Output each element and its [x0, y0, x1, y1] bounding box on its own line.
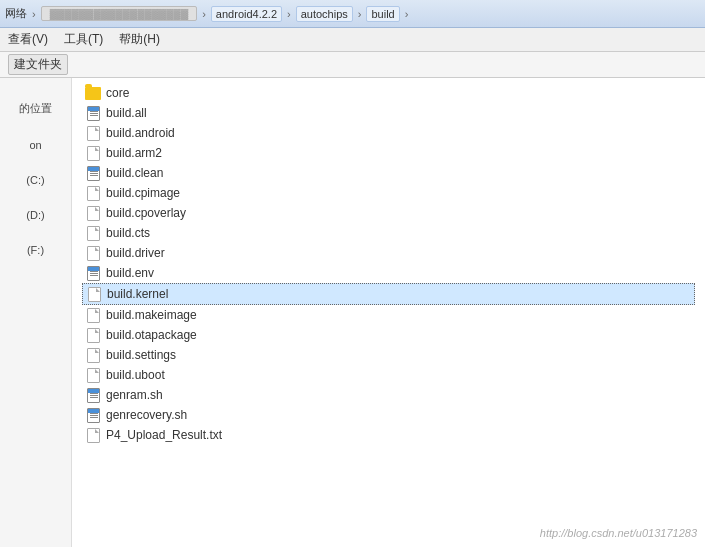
list-item[interactable]: build.makeimage — [82, 305, 695, 325]
list-item[interactable]: build.cpoverlay — [82, 203, 695, 223]
script-icon — [85, 407, 101, 423]
menu-bar: 查看(V) 工具(T) 帮助(H) — [0, 28, 705, 52]
file-name-label: build.cts — [106, 226, 150, 240]
menu-view[interactable]: 查看(V) — [5, 30, 51, 49]
android-crumb[interactable]: android4.2.2 — [211, 6, 282, 22]
list-item[interactable]: build.android — [82, 123, 695, 143]
menu-help[interactable]: 帮助(H) — [116, 30, 163, 49]
script-icon — [85, 265, 101, 281]
path-hidden: ▓▓▓▓▓▓▓▓▓▓▓▓▓▓▓▓▓▓▓ — [41, 6, 198, 21]
script-icon — [85, 105, 101, 121]
file-name-label: genram.sh — [106, 388, 163, 402]
file-name-label: genrecovery.sh — [106, 408, 187, 422]
folder-icon — [85, 85, 101, 101]
list-item[interactable]: build.all — [82, 103, 695, 123]
sep2: › — [202, 8, 206, 20]
file-icon — [86, 286, 102, 302]
sidebar: 的位置 on (C:) (D:) (F:) — [0, 78, 72, 547]
list-item[interactable]: build.uboot — [82, 365, 695, 385]
file-icon — [85, 347, 101, 363]
file-icon — [85, 185, 101, 201]
sidebar-drive-f[interactable]: (F:) — [0, 226, 71, 261]
file-name-label: build.env — [106, 266, 154, 280]
file-area: corebuild.allbuild.androidbuild.arm2buil… — [72, 78, 705, 547]
menu-tools[interactable]: 工具(T) — [61, 30, 106, 49]
list-item[interactable]: P4_Upload_Result.txt — [82, 425, 695, 445]
script-icon — [85, 165, 101, 181]
file-name-label: build.android — [106, 126, 175, 140]
sidebar-location[interactable]: 的位置 — [0, 83, 71, 121]
file-icon — [85, 307, 101, 323]
file-icon — [85, 145, 101, 161]
file-icon — [85, 327, 101, 343]
file-icon — [85, 205, 101, 221]
address-bar: 网络 › ▓▓▓▓▓▓▓▓▓▓▓▓▓▓▓▓▓▓▓ › android4.2.2 … — [0, 0, 705, 28]
sidebar-drive-d[interactable]: (D:) — [0, 191, 71, 226]
file-icon — [85, 427, 101, 443]
list-item[interactable]: build.cts — [82, 223, 695, 243]
sep3: › — [287, 8, 291, 20]
file-name-label: build.arm2 — [106, 146, 162, 160]
list-item[interactable]: build.kernel — [82, 283, 695, 305]
list-item[interactable]: build.arm2 — [82, 143, 695, 163]
autochips-crumb[interactable]: autochips — [296, 6, 353, 22]
list-item[interactable]: genrecovery.sh — [82, 405, 695, 425]
file-name-label: build.uboot — [106, 368, 165, 382]
file-name-label: core — [106, 86, 129, 100]
watermark: http://blog.csdn.net/u013171283 — [540, 527, 697, 539]
file-name-label: build.cpimage — [106, 186, 180, 200]
file-name-label: build.otapackage — [106, 328, 197, 342]
file-name-label: build.makeimage — [106, 308, 197, 322]
file-name-label: build.driver — [106, 246, 165, 260]
new-folder-button[interactable]: 建文件夹 — [8, 54, 68, 75]
sidebar-on[interactable]: on — [0, 121, 71, 156]
list-item[interactable]: core — [82, 83, 695, 103]
file-name-label: build.all — [106, 106, 147, 120]
list-item[interactable]: build.clean — [82, 163, 695, 183]
file-name-label: P4_Upload_Result.txt — [106, 428, 222, 442]
script-icon — [85, 387, 101, 403]
file-icon — [85, 367, 101, 383]
list-item[interactable]: build.settings — [82, 345, 695, 365]
file-icon — [85, 225, 101, 241]
file-name-label: build.cpoverlay — [106, 206, 186, 220]
sep1: › — [32, 8, 36, 20]
build-crumb[interactable]: build — [366, 6, 399, 22]
list-item[interactable]: build.otapackage — [82, 325, 695, 345]
list-item[interactable]: build.cpimage — [82, 183, 695, 203]
network-label: 网络 — [5, 6, 27, 21]
list-item[interactable]: build.env — [82, 263, 695, 283]
file-icon — [85, 245, 101, 261]
file-icon — [85, 125, 101, 141]
list-item[interactable]: genram.sh — [82, 385, 695, 405]
toolbar: 建文件夹 — [0, 52, 705, 78]
sidebar-drive-c[interactable]: (C:) — [0, 156, 71, 191]
sep5: › — [405, 8, 409, 20]
sep4: › — [358, 8, 362, 20]
file-name-label: build.kernel — [107, 287, 168, 301]
list-item[interactable]: build.driver — [82, 243, 695, 263]
file-name-label: build.clean — [106, 166, 163, 180]
file-name-label: build.settings — [106, 348, 176, 362]
main-layout: 的位置 on (C:) (D:) (F:) corebuild.allbuild… — [0, 78, 705, 547]
